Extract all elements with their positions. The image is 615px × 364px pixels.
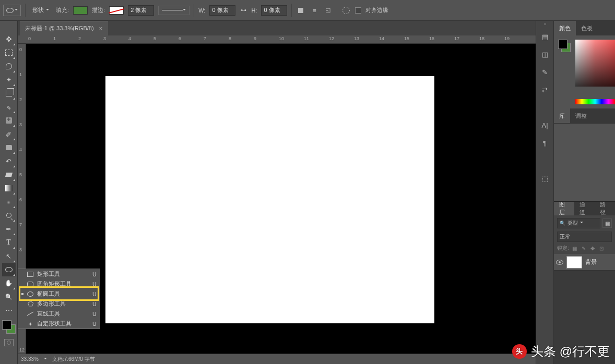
history-panel-icon[interactable]: ▤ — [539, 31, 551, 42]
move-tool[interactable] — [2, 32, 16, 46]
stroke-label: 描边: — [92, 6, 105, 14]
crop-icon — [6, 90, 12, 96]
close-tab-icon[interactable]: × — [99, 25, 103, 32]
character-panel-icon[interactable]: A| — [539, 120, 551, 130]
stroke-width-field[interactable]: 2 像素 — [128, 5, 154, 16]
blend-mode-dropdown[interactable]: 正常 — [557, 232, 612, 242]
color-panel — [554, 35, 615, 108]
lock-pixels-icon[interactable]: ✎ — [581, 245, 587, 251]
shape-tool[interactable] — [2, 263, 16, 276]
heal-icon — [6, 117, 12, 124]
brush-tool[interactable] — [2, 127, 16, 141]
flyout-item[interactable]: 自定形状工具 U — [18, 319, 100, 329]
options-bar: 形状 填充: 描边: 2 像素 W: 0 像素 ⊶ H: 0 像素 ≡ ◱ 对齐… — [0, 0, 615, 21]
doc-info[interactable]: 文档:7.66M/0 字节 — [52, 356, 95, 363]
marquee-tool[interactable] — [2, 46, 16, 59]
lock-artboard-icon[interactable]: ⊡ — [598, 245, 605, 251]
properties-panel-icon[interactable]: ◫ — [539, 49, 551, 59]
align-edges-checkbox[interactable] — [355, 7, 361, 14]
ruler-tick: 12 — [329, 36, 334, 41]
foreground-swatch[interactable] — [558, 40, 567, 49]
path-operations-button[interactable] — [296, 6, 305, 15]
flyout-item-label: 自定形状工具 — [37, 320, 89, 327]
flyout-item[interactable]: 多边形工具 U — [18, 299, 100, 309]
color-panel-tabs: 颜色 色板 — [554, 21, 615, 35]
document-tab[interactable]: 未标题-1 @ 33.3%(RGB/8) × — [20, 21, 108, 35]
edit-toolbar[interactable] — [2, 304, 16, 317]
color-panel-swatches[interactable] — [558, 40, 571, 52]
eraser-icon — [5, 173, 12, 177]
flyout-item-label: 圆角矩形工具 — [37, 280, 89, 288]
filter-pixel-button[interactable]: ▦ — [602, 219, 612, 228]
gradient-tool[interactable] — [2, 181, 16, 195]
library-panel — [554, 123, 615, 201]
fill-label: 填充: — [56, 6, 69, 14]
tab-layers[interactable]: 图层 — [554, 202, 574, 215]
clone-stamp-tool[interactable] — [2, 141, 16, 154]
tab-channels[interactable]: 通道 — [574, 202, 595, 215]
path-align-button[interactable]: ≡ — [310, 6, 319, 15]
chevron-down-icon[interactable] — [44, 358, 47, 361]
type-tool[interactable] — [2, 236, 16, 249]
width-field[interactable]: 0 像素 — [209, 5, 235, 16]
flyout-item[interactable]: 椭圆工具 U — [18, 289, 100, 299]
dock-collapse-button[interactable]: « — [538, 21, 552, 27]
path-arrange-button[interactable]: ◱ — [323, 6, 333, 15]
lock-transparency-icon[interactable]: ▦ — [572, 245, 578, 251]
color-swatches[interactable] — [2, 320, 16, 334]
foreground-color[interactable] — [2, 320, 11, 330]
fill-color-swatch[interactable] — [73, 6, 88, 15]
zoom-tool[interactable] — [2, 290, 16, 304]
eyedropper-tool[interactable] — [2, 100, 16, 114]
flyout-item[interactable]: 矩形工具 U — [18, 269, 100, 279]
layer-filter-dropdown[interactable]: 🔍 类型 — [557, 218, 600, 228]
flyout-item[interactable]: 直线工具 U — [18, 309, 100, 319]
tool-preset-picker[interactable] — [3, 5, 21, 16]
lasso-tool[interactable] — [2, 59, 16, 73]
hand-tool[interactable] — [2, 276, 16, 290]
layer-row[interactable]: 背景 — [554, 254, 615, 271]
zoom-status[interactable]: 33.33% — [21, 356, 39, 362]
flyout-item-shortcut: U — [92, 271, 97, 277]
libraries-panel-icon[interactable]: ⬚ — [539, 173, 551, 184]
selected-dot-icon — [21, 293, 23, 295]
layers-panel-group: 图层 通道 路径 🔍 类型 ▦ 正常 — [554, 201, 615, 364]
pen-tool[interactable] — [2, 222, 16, 236]
stroke-style-dropdown[interactable] — [158, 6, 190, 15]
tab-color[interactable]: 颜色 — [554, 21, 576, 35]
brushes-panel-icon[interactable]: ✎ — [539, 67, 551, 77]
stroke-color-swatch[interactable] — [109, 6, 124, 15]
tab-adjustments[interactable]: 调整 — [570, 108, 592, 123]
tab-library[interactable]: 库 — [554, 108, 570, 123]
wand-icon — [6, 76, 11, 83]
blur-tool[interactable] — [2, 195, 16, 209]
brush-settings-panel-icon[interactable]: ⇄ — [539, 84, 551, 95]
chevron-down-icon — [580, 222, 583, 225]
canvas[interactable] — [26, 44, 536, 354]
height-field[interactable]: 0 像素 — [261, 5, 287, 16]
tab-swatches[interactable]: 色板 — [576, 21, 598, 35]
lock-position-icon[interactable]: ✥ — [589, 245, 596, 251]
visibility-toggle-icon[interactable] — [556, 260, 563, 265]
magic-wand-tool[interactable] — [2, 73, 16, 87]
watermark-logo: 头 — [512, 344, 527, 359]
settings-button[interactable] — [341, 6, 351, 15]
path-selection-tool[interactable] — [2, 249, 16, 263]
history-brush-tool[interactable] — [2, 154, 16, 168]
tab-paths[interactable]: 路径 — [595, 202, 615, 215]
crop-tool[interactable] — [2, 87, 16, 100]
link-wh-icon[interactable]: ⊶ — [240, 7, 247, 14]
paragraph-panel-icon[interactable]: ¶ — [539, 138, 551, 148]
eraser-tool[interactable] — [2, 168, 16, 181]
dodge-tool[interactable] — [2, 209, 16, 222]
quick-mask-toggle[interactable] — [4, 339, 14, 346]
flyout-item[interactable]: 圆角矩形工具 U — [18, 279, 100, 289]
layer-name[interactable]: 背景 — [585, 258, 597, 266]
align-edges-label: 对齐边缘 — [365, 6, 388, 14]
healing-brush-tool[interactable] — [2, 114, 16, 127]
layer-thumbnail[interactable] — [566, 256, 582, 269]
color-spectrum[interactable] — [575, 40, 615, 87]
ruler-tick: 7 — [19, 222, 22, 227]
hue-slider[interactable] — [575, 99, 615, 104]
shape-mode-dropdown[interactable]: 形状 — [30, 5, 52, 16]
